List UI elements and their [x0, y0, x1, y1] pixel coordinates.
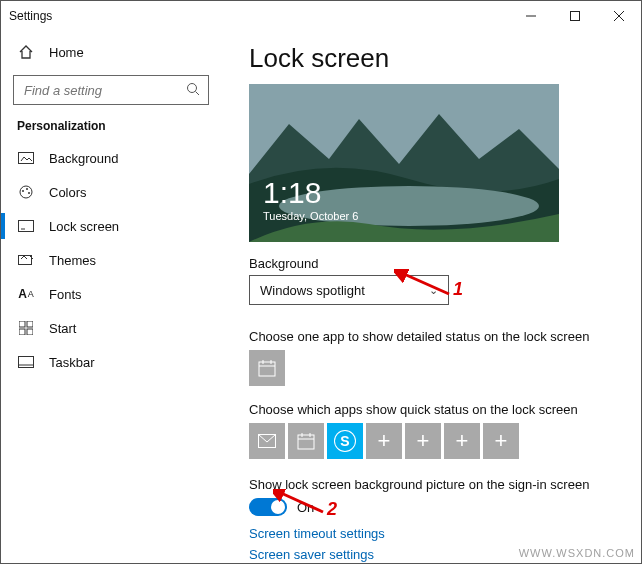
section-label: Personalization — [1, 115, 221, 141]
page-title: Lock screen — [249, 43, 619, 74]
sidebar-item-label: Start — [49, 321, 76, 336]
sidebar-item-label: Themes — [49, 253, 96, 268]
sidebar: Home Personalization Background Colors L… — [1, 31, 221, 563]
svg-line-5 — [196, 91, 200, 95]
search-input[interactable] — [22, 82, 186, 99]
home-item[interactable]: Home — [1, 35, 221, 69]
sidebar-item-start[interactable]: Start — [1, 311, 221, 345]
mail-icon — [258, 434, 276, 448]
sidebar-item-label: Background — [49, 151, 118, 166]
svg-rect-14 — [19, 321, 25, 327]
svg-rect-16 — [19, 329, 25, 335]
preview-date: Tuesday, October 6 — [263, 210, 358, 222]
svg-point-8 — [22, 190, 24, 192]
svg-rect-27 — [298, 435, 314, 449]
fonts-icon: AA — [17, 287, 35, 301]
quick-app-tile-add-2[interactable]: + — [405, 423, 441, 459]
sidebar-item-label: Fonts — [49, 287, 82, 302]
chevron-down-icon: ⌄ — [429, 284, 438, 297]
svg-point-4 — [188, 83, 197, 92]
taskbar-icon — [17, 356, 35, 368]
background-select[interactable]: Windows spotlight ⌄ — [249, 275, 449, 305]
background-label: Background — [249, 256, 619, 271]
palette-icon — [17, 184, 35, 200]
search-box[interactable] — [13, 75, 209, 105]
svg-point-7 — [20, 186, 32, 198]
svg-rect-11 — [19, 221, 34, 232]
signin-bg-toggle[interactable] — [249, 498, 287, 516]
close-button[interactable] — [597, 1, 641, 31]
sidebar-item-background[interactable]: Background — [1, 141, 221, 175]
window-title: Settings — [9, 9, 509, 23]
svg-rect-18 — [19, 357, 34, 368]
sidebar-item-label: Lock screen — [49, 219, 119, 234]
image-icon — [17, 152, 35, 164]
sidebar-item-lockscreen[interactable]: Lock screen — [1, 209, 221, 243]
plus-icon: + — [417, 428, 430, 454]
themes-icon — [17, 253, 35, 267]
watermark: WWW.WSXDN.COM — [519, 547, 635, 559]
plus-icon: + — [378, 428, 391, 454]
sidebar-item-themes[interactable]: Themes — [1, 243, 221, 277]
quick-app-tile-skype[interactable]: S — [327, 423, 363, 459]
toggle-state-label: On — [297, 500, 314, 515]
home-label: Home — [49, 45, 84, 60]
svg-rect-1 — [571, 12, 580, 21]
svg-rect-6 — [19, 153, 34, 164]
lockscreen-icon — [17, 220, 35, 232]
sidebar-item-label: Colors — [49, 185, 87, 200]
quick-app-tile-calendar[interactable] — [288, 423, 324, 459]
calendar-icon — [297, 432, 315, 450]
lockscreen-preview: 1:18 Tuesday, October 6 — [249, 84, 559, 242]
sidebar-item-taskbar[interactable]: Taskbar — [1, 345, 221, 379]
sidebar-item-colors[interactable]: Colors — [1, 175, 221, 209]
skype-icon: S — [334, 430, 356, 452]
detailed-status-label: Choose one app to show detailed status o… — [249, 329, 619, 344]
svg-point-10 — [28, 192, 30, 194]
maximize-button[interactable] — [553, 1, 597, 31]
search-icon — [186, 82, 200, 99]
main-content: Lock screen 1:18 Tuesday, October 6 Back… — [221, 31, 641, 563]
start-icon — [17, 321, 35, 335]
screen-timeout-link[interactable]: Screen timeout settings — [249, 526, 619, 541]
svg-point-9 — [26, 188, 28, 190]
quick-app-tile-add-1[interactable]: + — [366, 423, 402, 459]
sidebar-item-label: Taskbar — [49, 355, 95, 370]
calendar-icon — [258, 359, 276, 377]
minimize-button[interactable] — [509, 1, 553, 31]
titlebar: Settings — [1, 1, 641, 31]
plus-icon: + — [456, 428, 469, 454]
svg-rect-22 — [259, 362, 275, 376]
detailed-app-tile-calendar[interactable] — [249, 350, 285, 386]
sidebar-item-fonts[interactable]: AA Fonts — [1, 277, 221, 311]
signin-bg-label: Show lock screen background picture on t… — [249, 477, 619, 492]
home-icon — [17, 44, 35, 60]
quick-app-tile-mail[interactable] — [249, 423, 285, 459]
plus-icon: + — [495, 428, 508, 454]
quick-status-label: Choose which apps show quick status on t… — [249, 402, 619, 417]
quick-app-tile-add-4[interactable]: + — [483, 423, 519, 459]
quick-app-tile-add-3[interactable]: + — [444, 423, 480, 459]
svg-rect-17 — [27, 329, 33, 335]
svg-rect-15 — [27, 321, 33, 327]
background-value: Windows spotlight — [260, 283, 365, 298]
preview-time: 1:18 — [263, 178, 358, 208]
